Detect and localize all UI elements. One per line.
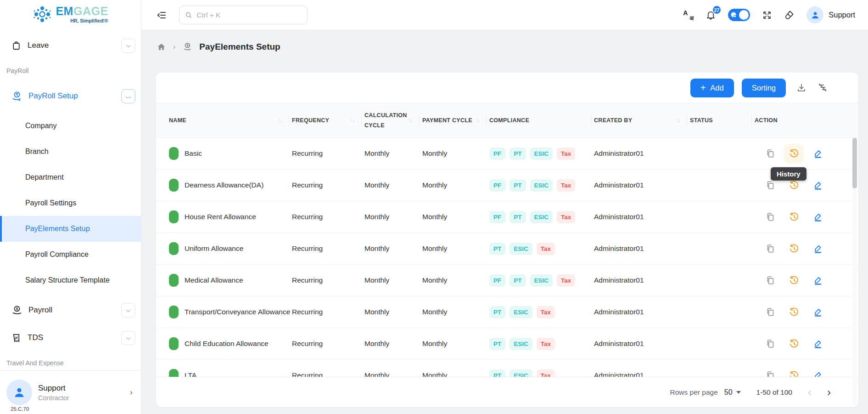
sidebar-item-payroll[interactable]: $ Payroll ⌵	[0, 300, 141, 321]
copy-button[interactable]	[760, 207, 780, 227]
row-created-by: Administrator01	[594, 340, 690, 348]
column-header-action: ACTION	[755, 115, 858, 126]
copy-button[interactable]	[760, 144, 780, 164]
compliance-badge-esic: ESIC	[530, 179, 553, 192]
copy-button[interactable]	[760, 239, 780, 259]
compliance-badge-pt: PT	[510, 211, 526, 223]
table-scrollbar[interactable]	[852, 138, 857, 405]
sort-icon[interactable]: ↑↓	[475, 115, 483, 125]
copy-button[interactable]	[760, 334, 780, 354]
next-page-button[interactable]: ›	[827, 386, 831, 399]
compliance-badge-pt: PT	[489, 306, 505, 318]
compliance-badge-esic: ESIC	[530, 147, 553, 160]
history-button[interactable]	[784, 239, 804, 259]
history-button[interactable]	[784, 334, 804, 354]
column-header-frequency[interactable]: FREQUENCY↑↓	[292, 115, 364, 125]
compliance-badge-esic: ESIC	[510, 243, 532, 255]
row-name: Child Education Allowance	[185, 340, 269, 348]
sidebar-user-card[interactable]: Support Contractor › 25.C.70	[0, 370, 141, 414]
history-icon	[789, 211, 800, 222]
history-icon	[789, 275, 800, 286]
edit-button[interactable]	[808, 366, 828, 378]
edit-button[interactable]	[808, 239, 828, 259]
notification-count-badge: 27	[712, 5, 722, 15]
chevron-down-icon[interactable]: ⌵	[121, 39, 135, 53]
copy-button[interactable]	[760, 271, 780, 290]
edit-button[interactable]	[808, 334, 828, 354]
chevron-down-icon[interactable]: ⌵	[121, 303, 135, 318]
add-button[interactable]: + Add	[690, 79, 734, 97]
theme-toggle[interactable]	[728, 9, 750, 21]
column-header-payment-cycle[interactable]: PAYMENT CYCLE↑↓	[422, 115, 489, 125]
row-payment-cycle: Monthly	[422, 308, 489, 316]
home-icon[interactable]	[157, 42, 166, 52]
row-calculation-cycle: Monthly	[364, 276, 422, 284]
row-calculation-cycle: Monthly	[364, 213, 422, 221]
plus-icon: +	[700, 83, 706, 92]
history-button[interactable]	[784, 302, 804, 322]
history-button[interactable]	[784, 271, 804, 290]
edit-button[interactable]	[808, 144, 828, 164]
sidebar-subitem-payroll-settings[interactable]: Payroll Settings	[0, 190, 141, 216]
copy-button[interactable]	[760, 302, 780, 322]
sidebar-collapse-icon[interactable]	[156, 10, 167, 21]
edit-button[interactable]	[808, 176, 828, 195]
compliance-badge-tax: Tax	[537, 243, 555, 255]
user-icon	[12, 386, 26, 399]
row-calculation-cycle: Monthly	[364, 340, 422, 348]
row-compliance: PFPTESICTax	[489, 179, 594, 192]
table-row: Transport/Conveyance Allowance Recurring…	[156, 296, 858, 328]
edit-icon	[813, 307, 823, 317]
history-button[interactable]	[784, 144, 804, 164]
sorting-button[interactable]: Sorting	[742, 79, 786, 97]
edit-button[interactable]	[808, 302, 828, 322]
notifications-bell-icon[interactable]: 27	[706, 10, 716, 20]
column-header-name[interactable]: NAME↑↓	[156, 115, 292, 125]
sidebar-item-tds[interactable]: TDS ⌵	[0, 327, 141, 348]
table-row: Dearness Allowance(DA) Recurring Monthly…	[156, 170, 858, 201]
brush-icon[interactable]	[784, 10, 795, 20]
sidebar-subitem-branch[interactable]: Branch	[0, 139, 141, 164]
chevron-up-icon[interactable]: ⌴	[121, 89, 135, 103]
download-icon[interactable]	[796, 83, 806, 93]
sidebar-subitem-payroll-compliance[interactable]: Payroll Compliance	[0, 242, 141, 267]
fullscreen-icon[interactable]	[762, 10, 772, 20]
edit-icon	[813, 244, 823, 254]
column-header-calculation-cycle[interactable]: CALCULATION CYCLE↑↓	[364, 110, 422, 131]
sidebar-item-leave[interactable]: Leave ⌵	[0, 35, 141, 56]
chevron-down-icon[interactable]: ⌵	[121, 331, 135, 345]
copy-button[interactable]	[760, 366, 780, 378]
sidebar-subitem-payelements-setup[interactable]: PayElements Setup	[0, 216, 141, 242]
row-calculation-cycle: Monthly	[364, 244, 422, 253]
page-title: PayElements Setup	[199, 42, 280, 52]
row-calculation-cycle: Monthly	[364, 149, 422, 158]
language-icon[interactable]: Aअ	[683, 10, 694, 21]
sort-icon[interactable]: ↑↓	[278, 115, 286, 125]
row-payment-cycle: Monthly	[422, 213, 489, 221]
column-header-created-by[interactable]: CREATED BY↑↓	[594, 115, 690, 125]
search-input[interactable]	[196, 11, 302, 19]
table-row: Medical Allowance Recurring Monthly Mont…	[156, 265, 858, 296]
edit-button[interactable]	[808, 207, 828, 227]
sidebar-subitem-department[interactable]: Department	[0, 164, 141, 190]
sort-icon[interactable]: ↑↓	[676, 115, 683, 125]
edit-button[interactable]	[808, 271, 828, 290]
pagination-range: 1-50 of 100	[756, 388, 792, 397]
chevron-right-icon[interactable]: ›	[130, 388, 133, 397]
global-search[interactable]	[179, 6, 308, 24]
history-button[interactable]	[784, 207, 804, 227]
history-button[interactable]	[784, 366, 804, 378]
clear-filter-icon[interactable]	[817, 82, 828, 93]
sort-icon[interactable]: ↑↓	[408, 115, 416, 125]
avatar	[6, 380, 32, 405]
previous-page-button[interactable]: ‹	[808, 386, 812, 399]
sidebar-item-payroll-setup[interactable]: ₹ PayRoll Setup ⌴	[0, 85, 141, 107]
sort-icon[interactable]: ↑↓	[350, 115, 358, 125]
scrollbar-thumb[interactable]	[852, 138, 857, 188]
payroll-setup-subitems: CompanyBranchDepartmentPayroll SettingsP…	[0, 113, 141, 293]
sidebar-subitem-company[interactable]: Company	[0, 113, 141, 139]
rows-per-page-select[interactable]: 50	[724, 388, 741, 397]
sidebar-subitem-salary-structure-template[interactable]: Salary Structure Template	[0, 267, 141, 293]
support-user-menu[interactable]: Support	[806, 6, 855, 23]
copy-icon	[765, 244, 775, 254]
